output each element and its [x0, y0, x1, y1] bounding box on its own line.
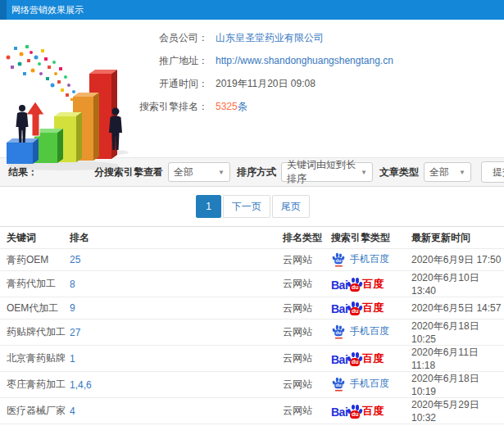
businessman-left	[16, 105, 29, 143]
rank-cell: 27	[70, 320, 283, 346]
info-row-company: 会员公司： 山东皇圣堂药业有限公司	[139, 26, 504, 49]
table-row: 膏药OEM25云网站du手机百度2020年6月9日 17:50	[0, 249, 504, 271]
rank-link[interactable]: 1,4,6	[70, 379, 92, 391]
updated-cell: 2020年5月29日 10:32	[411, 398, 504, 424]
chevron-down-icon: ▼	[459, 169, 465, 176]
open-time-value: 2019年11月20日 09:08	[216, 77, 316, 91]
mobile-baidu-logo: du手机百度	[331, 252, 389, 266]
rank-type-cell: 云网站	[283, 249, 328, 271]
company-link[interactable]: 山东皇圣堂药业有限公司	[216, 31, 324, 45]
chevron-down-icon: ▼	[361, 169, 367, 176]
rank-type-cell: 云网站	[283, 271, 328, 297]
baidu-logo: Baidu百度	[331, 301, 384, 315]
rank-type-cell: 云网站	[283, 346, 328, 372]
engine-cell: Baidu百度	[328, 398, 411, 424]
promo-url-link[interactable]: http://www.shandonghuangshengtang.cn	[216, 55, 393, 66]
rank-link[interactable]: 8	[70, 279, 75, 290]
engine-filter-value: 全部	[174, 165, 193, 179]
updated-cell: 2020年6月18日 10:19	[411, 372, 504, 398]
engine-cell: Baidu百度	[328, 271, 411, 297]
rank-link[interactable]: 25	[70, 254, 80, 265]
col-keyword: 关键词	[0, 227, 70, 249]
rank-link[interactable]: 1	[70, 353, 75, 365]
engine-cell: du手机百度	[328, 372, 411, 398]
rank-cell: 25	[70, 249, 283, 271]
baidu-paw-icon: du	[333, 252, 344, 264]
rank-count-label: 搜索引擎排名：	[139, 100, 208, 114]
mobile-baidu-label: 手机百度	[350, 252, 389, 266]
rank-link[interactable]: 27	[70, 327, 80, 338]
article-type-value: 全部	[429, 165, 449, 179]
mobile-baidu-label: 手机百度	[350, 377, 389, 391]
open-time-label: 开通时间：	[139, 77, 208, 91]
table-row: 枣庄膏药加工1,4,6云网站du手机百度2020年6月18日 10:19	[0, 372, 504, 398]
rank-cell: 4	[70, 398, 283, 424]
rank-count-value: 5325条	[216, 100, 247, 114]
article-type-label: 文章类型	[379, 165, 419, 179]
keyword-cell: OEM代加工	[0, 297, 70, 320]
baidu-paw-icon: du	[333, 378, 344, 389]
baidu-paw-icon: du	[333, 325, 344, 337]
keyword-cell: 枣庄膏药加工	[0, 372, 70, 398]
engine-cell: du手机百度	[328, 249, 411, 271]
page-title: 网络营销效果展示	[11, 5, 84, 15]
info-row-open-time: 开通时间： 2019年11月20日 09:08	[139, 72, 504, 95]
table-row: 药贴牌代加工27云网站du手机百度2020年6月18日 10:25	[0, 320, 504, 346]
rank-cell: 1,4,6	[70, 372, 283, 398]
baidu-paw-icon: du	[347, 278, 362, 292]
rank-type-cell: 云网站	[283, 398, 328, 424]
updated-cell: 2020年6月9日 17:50	[411, 249, 504, 271]
engine-cell: Baidu百度	[328, 346, 411, 372]
table-row: 北京膏药贴牌1云网站Baidu百度2020年6月11日 11:18	[0, 346, 504, 372]
article-type-select[interactable]: 全部 ▼	[424, 162, 471, 182]
next-page-button[interactable]: 下一页	[223, 195, 270, 218]
last-page-button[interactable]: 尾页	[272, 195, 310, 218]
submit-button[interactable]: 提交	[481, 161, 504, 183]
keyword-cell: 膏药代加工	[0, 271, 70, 297]
updated-cell: 2020年6月10日 13:40	[411, 271, 504, 297]
table-row: 膏药代加工8云网站Baidu百度2020年6月10日 13:40	[0, 271, 504, 297]
engine-cell: du手机百度	[328, 320, 411, 346]
rank-cell: 9	[70, 297, 283, 320]
table-row: 医疗器械厂家4云网站Baidu百度2020年5月29日 10:32	[0, 398, 504, 424]
keyword-cell: 北京膏药贴牌	[0, 346, 70, 372]
keyword-cell: 膏药OEM	[0, 249, 70, 271]
rank-count-number: 5325	[216, 101, 238, 112]
updated-cell: 2020年6月11日 11:18	[411, 346, 504, 372]
keyword-cell: 医疗器械厂家	[0, 398, 70, 424]
table-row: OEM代加工9云网站Baidu百度2020年6月5日 14:57	[0, 297, 504, 320]
info-row-url: 推广地址： http://www.shandonghuangshengtang.…	[139, 49, 504, 72]
bar-blue	[7, 138, 39, 164]
rank-cell: 8	[70, 271, 283, 297]
mobile-baidu-logo: du手机百度	[331, 377, 389, 391]
mobile-baidu-label: 手机百度	[350, 324, 389, 338]
rank-type-cell: 云网站	[283, 297, 328, 320]
mobile-baidu-logo: du手机百度	[331, 324, 389, 338]
results-table: 关键词 排名 排名类型 搜索引擎类型 最新更新时间 膏药OEM25云网站du手机…	[0, 226, 504, 426]
rank-link[interactable]: 4	[70, 406, 75, 417]
page-button-current[interactable]: 1	[196, 195, 221, 218]
keyword-cell: 药贴牌代加工	[0, 320, 70, 346]
updated-cell: 2020年6月18日 10:25	[411, 320, 504, 346]
baidu-paw-icon: du	[347, 301, 362, 315]
sort-filter-value: 关键词由短到长排序	[287, 158, 356, 186]
baidu-logo: Baidu百度	[331, 351, 384, 366]
account-info-section: 会员公司： 山东皇圣堂药业有限公司 推广地址： http://www.shand…	[0, 20, 504, 157]
baidu-paw-icon: du	[347, 352, 362, 366]
table-header-row: 关键词 排名 排名类型 搜索引擎类型 最新更新时间	[0, 227, 504, 249]
rank-type-cell: 云网站	[283, 320, 328, 346]
col-engine-type: 搜索引擎类型	[328, 227, 411, 249]
pagination: 1 下一页 尾页	[0, 187, 504, 226]
rank-count-unit: 条	[238, 101, 247, 112]
engine-filter-select[interactable]: 全部 ▼	[168, 162, 230, 182]
table-body: 膏药OEM25云网站du手机百度2020年6月9日 17:50膏药代加工8云网站…	[0, 249, 504, 426]
chevron-down-icon: ▼	[218, 169, 225, 176]
rank-link[interactable]: 9	[70, 302, 75, 314]
promo-url-label: 推广地址：	[139, 54, 208, 68]
col-rank: 排名	[70, 227, 283, 249]
sort-filter-select[interactable]: 关键词由短到长排序 ▼	[281, 162, 373, 182]
baidu-logo: Baidu百度	[331, 277, 384, 292]
baidu-logo: Baidu百度	[331, 404, 384, 419]
confetti-dots	[7, 45, 79, 101]
baidu-paw-icon: du	[347, 405, 362, 419]
